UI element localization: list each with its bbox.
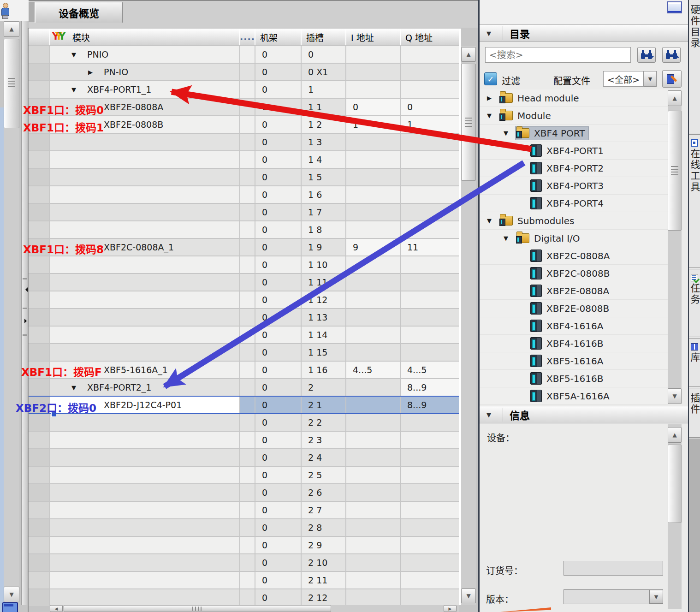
table-row[interactable]: 02 5 (29, 467, 459, 483)
table-row[interactable]: 02 6 (29, 484, 459, 501)
row-header-cell[interactable] (29, 169, 49, 185)
catalog-item[interactable]: ▼XBF2C-0808A (480, 247, 668, 265)
catalog-item[interactable]: ▼Submodules (480, 212, 668, 230)
module-cell[interactable] (50, 519, 239, 536)
expander-icon[interactable]: ▼ (71, 384, 84, 391)
table-row[interactable]: 02 4 (29, 449, 459, 466)
catalog-item[interactable]: ▼XBF5A-1616A (480, 387, 668, 405)
module-cell[interactable] (50, 309, 239, 326)
table-row[interactable]: ▼XBF4-PORT2_1028...9 (29, 379, 459, 396)
module-cell[interactable] (50, 589, 239, 606)
tree-expander-icon[interactable]: ▼ (504, 235, 516, 242)
module-cell[interactable] (50, 221, 239, 238)
catalog-scroll-up-button[interactable]: ▲ (668, 90, 682, 106)
catalog-item[interactable]: ▼XBF5-1616A (480, 352, 668, 370)
row-header-cell[interactable] (29, 589, 49, 606)
side-tab-online-tools[interactable]: 在线工具 (689, 135, 700, 269)
catalog-item[interactable]: ▶Head module (480, 89, 668, 107)
table-hscroll-thumb[interactable] (64, 605, 331, 612)
row-header-cell[interactable] (29, 274, 49, 291)
catalog-scroll-down-button[interactable]: ▼ (668, 388, 682, 404)
tree-expander-icon[interactable]: ▶ (487, 95, 499, 101)
tree-expander-icon[interactable]: ▼ (487, 112, 499, 119)
expander-icon[interactable]: ▼ (71, 86, 84, 93)
table-row[interactable]: 01 3 (29, 134, 459, 150)
version-select[interactable] (564, 589, 663, 604)
catalog-config-button[interactable] (662, 70, 682, 88)
table-scroll-left-button[interactable]: ◀ (50, 605, 63, 612)
catalog-item[interactable]: ▼XBF4 PORT (480, 125, 668, 142)
catalog-section-header[interactable]: ▼ 目录 (480, 24, 688, 42)
row-header-cell[interactable] (29, 537, 49, 553)
catalog-search-input[interactable] (485, 47, 631, 63)
module-cell[interactable]: ▼XBF4-PORT2_1 (50, 379, 239, 396)
module-cell[interactable] (50, 449, 239, 466)
module-cell[interactable]: ▶PN-IO (50, 64, 239, 80)
tree-expander-icon[interactable]: ▼ (487, 217, 499, 224)
module-cell[interactable]: ▼XBF4-PORT1_1 (50, 81, 239, 98)
outer-scroll-up-button[interactable]: ▲ (4, 21, 19, 37)
row-header-cell[interactable] (29, 519, 49, 536)
header-qaddr-cell[interactable]: Q 地址 (401, 29, 459, 45)
row-header-cell[interactable] (29, 414, 49, 431)
module-cell[interactable]: ▼PNIO (50, 46, 239, 63)
module-cell[interactable] (50, 134, 239, 150)
header-dots-cell[interactable]: .... (240, 29, 255, 45)
table-row[interactable]: 02 8 (29, 519, 459, 536)
collapse-left-icon[interactable] (23, 287, 28, 292)
row-header-cell[interactable] (29, 502, 49, 518)
collapse-chevron-icon[interactable]: ▼ (482, 28, 495, 39)
module-cell[interactable] (50, 169, 239, 185)
row-header-cell[interactable] (29, 64, 49, 80)
row-header-cell[interactable] (29, 379, 49, 396)
module-cell[interactable] (50, 572, 239, 588)
module-cell[interactable] (50, 537, 239, 553)
table-row[interactable]: 02 9 (29, 537, 459, 553)
table-row[interactable]: 02 7 (29, 502, 459, 518)
row-header-cell[interactable] (29, 554, 49, 571)
table-scroll-down-button[interactable]: ▼ (461, 588, 476, 603)
table-row[interactable]: 01 7 (29, 204, 459, 220)
table-scroll-up-button[interactable]: ▲ (461, 47, 476, 62)
catalog-item[interactable]: ▼XBF4-PORT1 (480, 142, 668, 160)
module-cell[interactable] (50, 432, 239, 448)
table-row[interactable]: 01 15 (29, 344, 459, 361)
row-header-cell[interactable] (29, 327, 49, 343)
row-header-cell[interactable] (29, 432, 49, 448)
table-row[interactable]: 02 2 (29, 414, 459, 431)
catalog-item[interactable]: ▼XBF2E-0808B (480, 300, 668, 317)
header-rack-cell[interactable]: 机架 (255, 29, 301, 45)
tree-expander-icon[interactable]: ▼ (504, 130, 516, 137)
row-header-cell[interactable] (29, 46, 49, 63)
catalog-scroll-thumb[interactable] (668, 111, 682, 231)
info-section-header[interactable]: ▼ 信息 (480, 406, 688, 423)
expander-icon[interactable]: ▼ (71, 51, 84, 58)
table-row[interactable]: 01 10 (29, 256, 459, 273)
table-row[interactable]: 02 10 (29, 554, 459, 571)
side-tab-tasks[interactable]: 任务 (689, 269, 700, 339)
table-row[interactable]: 01 12 (29, 291, 459, 308)
module-cell[interactable] (50, 151, 239, 168)
module-cell[interactable] (50, 291, 239, 308)
table-row[interactable]: 01 8 (29, 221, 459, 238)
expander-icon[interactable]: ▶ (88, 69, 101, 76)
row-header-cell[interactable] (29, 344, 49, 361)
side-tab-hardware-catalog[interactable]: 硬件目录 (689, 0, 700, 135)
version-dropdown-button[interactable]: ▼ (649, 590, 663, 604)
row-header-cell[interactable] (29, 134, 49, 150)
row-header-cell[interactable] (29, 572, 49, 588)
table-row[interactable]: 01 4 (29, 151, 459, 168)
module-cell[interactable] (50, 274, 239, 291)
filter-checkbox[interactable]: ✓ (484, 72, 497, 85)
row-header-cell[interactable] (29, 309, 49, 326)
row-header-cell[interactable] (29, 467, 49, 483)
catalog-item[interactable]: ▼XBF4-PORT2 (480, 160, 668, 177)
table-row[interactable]: ▼XBF4-PORT1_101 (29, 81, 459, 98)
row-header-cell[interactable] (29, 256, 49, 273)
catalog-item[interactable]: ▼XBF4-1616B (480, 335, 668, 352)
catalog-item[interactable]: ▼XBF2E-0808A (480, 282, 668, 300)
collapse-chevron-icon[interactable]: ▼ (482, 409, 495, 420)
module-cell[interactable] (50, 344, 239, 361)
search-down-button[interactable] (637, 47, 656, 63)
row-header-cell[interactable] (29, 484, 49, 501)
